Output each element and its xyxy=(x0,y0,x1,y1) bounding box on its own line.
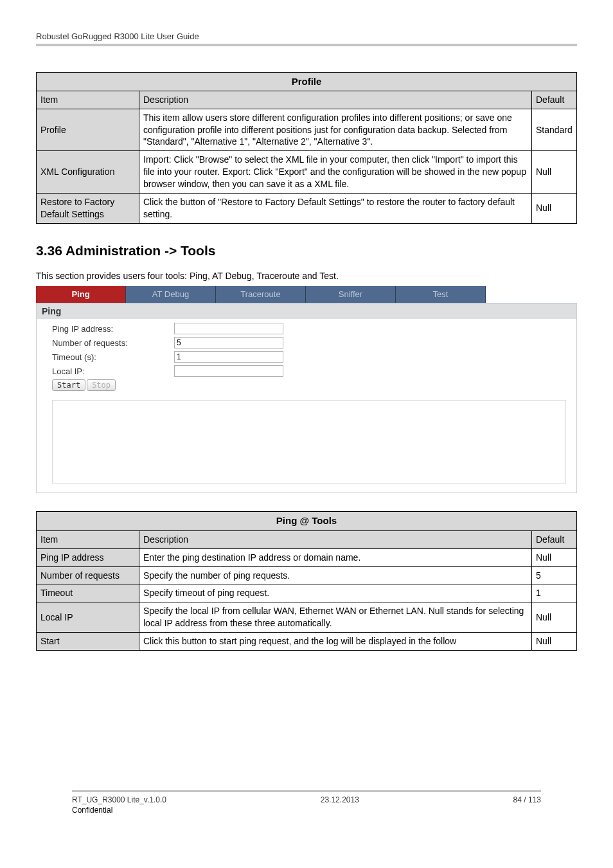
col-item-header: Item xyxy=(37,530,139,548)
local-ip-input[interactable] xyxy=(174,365,283,377)
tab-sniffer[interactable]: Sniffer xyxy=(306,286,396,303)
cell-default: Null xyxy=(532,194,577,224)
cell-desc: Click the button of "Restore to Factory … xyxy=(139,194,532,224)
cell-item: Start xyxy=(37,633,139,651)
table-row: Restore to Factory Default Settings Clic… xyxy=(37,194,577,224)
cell-desc: This item allow users store different co… xyxy=(139,109,532,151)
cell-item: Number of requests xyxy=(37,566,139,584)
cell-default: 5 xyxy=(532,566,577,584)
table-row: Profile This item allow users store diff… xyxy=(37,109,577,151)
table-row: Number of requests Specify the number of… xyxy=(37,566,577,584)
tab-at-debug[interactable]: AT Debug xyxy=(126,286,216,303)
num-requests-label: Number of requests: xyxy=(52,338,174,349)
col-default-header: Default xyxy=(532,530,577,548)
timeout-input[interactable] xyxy=(174,351,283,363)
header-underline xyxy=(36,44,577,46)
section-desc: This section provides users four tools: … xyxy=(36,270,577,282)
cell-item: Timeout xyxy=(37,584,139,602)
doc-header-title: Robustel GoRugged R3000 Lite User Guide xyxy=(36,31,577,44)
tab-test[interactable]: Test xyxy=(396,286,486,303)
footer-confidential: Confidential xyxy=(72,805,541,815)
tab-ping[interactable]: Ping xyxy=(36,286,126,303)
table-row: Local IP Specify the local IP from cellu… xyxy=(37,602,577,633)
cell-desc: Click this button to start ping request,… xyxy=(139,633,532,651)
col-desc-header: Description xyxy=(139,91,532,109)
col-item-header: Item xyxy=(37,91,139,109)
table-row: Timeout Specify timeout of ping request.… xyxy=(37,584,577,602)
footer-left: RT_UG_R3000 Lite_v.1.0.0 xyxy=(72,795,166,805)
cell-item: Restore to Factory Default Settings xyxy=(37,194,139,224)
tools-tabs: Ping AT Debug Traceroute Sniffer Test xyxy=(36,286,577,303)
profile-table: Profile Item Description Default Profile… xyxy=(36,72,577,224)
cell-default: Null xyxy=(532,633,577,651)
tab-traceroute[interactable]: Traceroute xyxy=(216,286,306,303)
cell-item: Ping IP address xyxy=(37,548,139,566)
table-title: Ping @ Tools xyxy=(37,512,577,530)
col-desc-header: Description xyxy=(139,530,532,548)
footer-center: 23.12.2013 xyxy=(321,795,359,805)
cell-desc: Specify timeout of ping request. xyxy=(139,584,532,602)
ping-ip-input[interactable] xyxy=(174,323,283,334)
local-ip-label: Local IP: xyxy=(52,366,174,377)
cell-item: XML Configuration xyxy=(37,151,139,194)
page-footer: RT_UG_R3000 Lite_v.1.0.0 23.12.2013 84 /… xyxy=(72,790,541,815)
table-row: Ping IP address Enter the ping destinati… xyxy=(37,548,577,566)
table-row: XML Configuration Import: Click "Browse"… xyxy=(37,151,577,194)
ping-panel: Ping Ping IP address: Number of requests… xyxy=(36,303,577,494)
cell-default: 1 xyxy=(532,584,577,602)
ping-tools-table: Ping @ Tools Item Description Default Pi… xyxy=(36,511,577,650)
cell-default: Null xyxy=(532,548,577,566)
table-row: Start Click this button to start ping re… xyxy=(37,633,577,651)
panel-title: Ping xyxy=(37,303,576,320)
footer-right: 84 / 113 xyxy=(513,795,541,805)
cell-default: Standard xyxy=(532,109,577,151)
start-button[interactable]: Start xyxy=(52,379,85,391)
num-requests-input[interactable] xyxy=(174,337,283,348)
ping-output-area xyxy=(52,400,566,484)
ping-ip-label: Ping IP address: xyxy=(52,323,174,335)
table-title: Profile xyxy=(37,72,577,91)
cell-desc: Specify the number of ping requests. xyxy=(139,566,532,584)
cell-default: Null xyxy=(532,602,577,633)
cell-desc: Import: Click "Browse" to select the XML… xyxy=(139,151,532,194)
cell-item: Profile xyxy=(37,109,139,151)
cell-desc: Specify the local IP from cellular WAN, … xyxy=(139,602,532,633)
footer-line xyxy=(72,790,541,792)
cell-default: Null xyxy=(532,151,577,194)
col-default-header: Default xyxy=(532,91,577,109)
timeout-label: Timeout (s): xyxy=(52,352,174,363)
cell-desc: Enter the ping destination IP address or… xyxy=(139,548,532,566)
stop-button[interactable]: Stop xyxy=(87,379,116,391)
cell-item: Local IP xyxy=(37,602,139,633)
section-heading: 3.36 Administration -> Tools xyxy=(36,242,577,260)
